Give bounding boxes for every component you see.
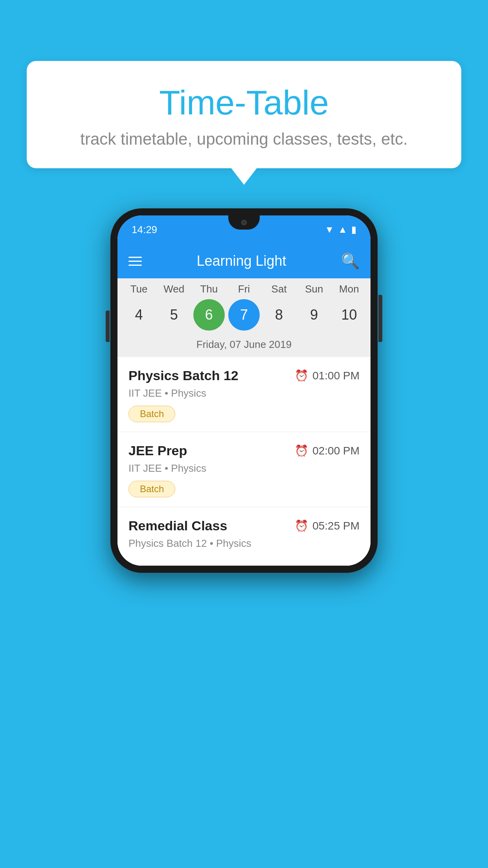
batch-badge-2: Batch [128, 481, 175, 497]
event-time-3: ⏰ 05:25 PM [295, 519, 360, 532]
event-title-3: Remedial Class [128, 518, 227, 533]
wifi-icon: ▼ [325, 224, 334, 235]
event-header-3: Remedial Class ⏰ 05:25 PM [128, 518, 360, 533]
phone-outer: 14:29 ▼ ▲ ▮ Learning Light 🔍 [110, 208, 378, 573]
clock-icon-1: ⏰ [295, 369, 308, 382]
event-time-value-3: 05:25 PM [312, 520, 360, 532]
event-header-1: Physics Batch 12 ⏰ 01:00 PM [128, 368, 360, 383]
camera [241, 220, 247, 225]
clock-icon-3: ⏰ [295, 519, 308, 532]
day-header-tue: Tue [123, 283, 155, 295]
day-6-today[interactable]: 6 [193, 299, 225, 331]
day-header-sat: Sat [263, 283, 295, 295]
status-icons: ▼ ▲ ▮ [325, 224, 356, 235]
selected-date-label: Friday, 07 June 2019 [117, 337, 371, 357]
day-4[interactable]: 4 [123, 299, 155, 331]
notch [228, 215, 260, 230]
events-list: Physics Batch 12 ⏰ 01:00 PM IIT JEE • Ph… [117, 357, 371, 566]
feature-subtitle: track timetable, upcoming classes, tests… [50, 130, 438, 149]
menu-button[interactable] [128, 257, 142, 266]
feature-title: Time-Table [50, 83, 438, 123]
event-subtitle-1: IIT JEE • Physics [128, 387, 360, 399]
batch-badge-1: Batch [128, 406, 175, 422]
speech-bubble: Time-Table track timetable, upcoming cla… [27, 61, 461, 168]
event-title-2: JEE Prep [128, 443, 187, 458]
calendar-strip: Tue Wed Thu Fri Sat Sun Mon 4 5 6 7 8 9 … [117, 278, 371, 357]
day-header-wed: Wed [158, 283, 190, 295]
day-10[interactable]: 10 [333, 299, 365, 331]
speech-bubble-container: Time-Table track timetable, upcoming cla… [27, 61, 461, 168]
day-headers: Tue Wed Thu Fri Sat Sun Mon [117, 283, 371, 299]
day-header-sun: Sun [298, 283, 330, 295]
app-title: Learning Light [196, 253, 286, 269]
event-title-1: Physics Batch 12 [128, 368, 238, 383]
battery-icon: ▮ [351, 224, 356, 235]
event-time-2: ⏰ 02:00 PM [295, 444, 360, 457]
event-subtitle-2: IIT JEE • Physics [128, 462, 360, 474]
day-header-mon: Mon [333, 283, 365, 295]
day-5[interactable]: 5 [158, 299, 190, 331]
day-header-thu: Thu [193, 283, 225, 295]
event-time-value-2: 02:00 PM [312, 445, 360, 457]
status-bar: 14:29 ▼ ▲ ▮ [117, 215, 371, 244]
day-numbers: 4 5 6 7 8 9 10 [117, 299, 371, 337]
event-header-2: JEE Prep ⏰ 02:00 PM [128, 443, 360, 458]
event-item-1[interactable]: Physics Batch 12 ⏰ 01:00 PM IIT JEE • Ph… [117, 357, 371, 432]
phone-screen: 14:29 ▼ ▲ ▮ Learning Light 🔍 [117, 215, 371, 566]
status-time: 14:29 [132, 224, 157, 236]
event-time-1: ⏰ 01:00 PM [295, 369, 360, 382]
day-8[interactable]: 8 [263, 299, 295, 331]
app-header: Learning Light 🔍 [117, 244, 371, 278]
day-header-fri: Fri [228, 283, 260, 295]
phone-mockup: 14:29 ▼ ▲ ▮ Learning Light 🔍 [110, 208, 378, 573]
day-9[interactable]: 9 [298, 299, 330, 331]
event-item-3[interactable]: Remedial Class ⏰ 05:25 PM Physics Batch … [117, 507, 371, 566]
clock-icon-2: ⏰ [295, 444, 308, 457]
day-7-selected[interactable]: 7 [228, 299, 260, 331]
event-time-value-1: 01:00 PM [312, 370, 360, 382]
search-button[interactable]: 🔍 [341, 252, 360, 270]
signal-icon: ▲ [338, 224, 347, 235]
event-subtitle-3: Physics Batch 12 • Physics [128, 537, 360, 550]
event-item-2[interactable]: JEE Prep ⏰ 02:00 PM IIT JEE • Physics Ba… [117, 432, 371, 507]
